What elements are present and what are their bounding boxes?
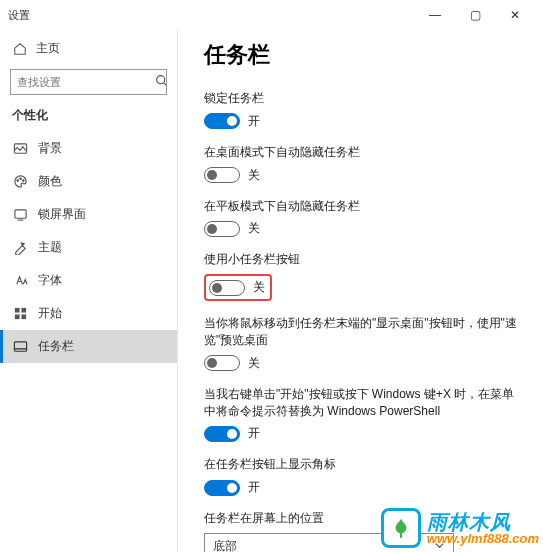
svg-rect-6 <box>14 308 19 313</box>
sidebar-item-label: 背景 <box>38 140 62 157</box>
watermark-text: 雨林木风 www.ylmf888.com <box>427 512 539 545</box>
minimize-button[interactable]: — <box>415 0 455 30</box>
window-controls: — ▢ ✕ <box>415 0 535 30</box>
svg-point-3 <box>19 178 21 180</box>
home-label: 主页 <box>36 40 60 57</box>
setting-autohide-desktop: 在桌面模式下自动隐藏任务栏 关 <box>204 144 519 184</box>
svg-rect-5 <box>14 210 25 218</box>
setting-badges: 在任务栏按钮上显示角标 开 <box>204 456 519 496</box>
toggle-state-text: 关 <box>248 220 260 237</box>
search-input[interactable] <box>17 76 155 88</box>
background-icon <box>12 141 28 157</box>
taskbar-icon <box>12 339 28 355</box>
search-icon <box>155 74 168 90</box>
themes-icon <box>12 240 28 256</box>
watermark: 雨林木风 www.ylmf888.com <box>381 508 539 548</box>
svg-point-4 <box>22 180 24 182</box>
toggle-peek-desktop[interactable] <box>204 355 240 371</box>
sidebar: 主页 个性化 背景 颜色 锁屏界面 主题 字体 <box>0 30 178 552</box>
svg-rect-8 <box>14 314 19 319</box>
sidebar-item-label: 锁屏界面 <box>38 206 86 223</box>
svg-point-2 <box>16 180 18 182</box>
setting-label: 当我右键单击"开始"按钮或按下 Windows 键+X 时，在菜单中将命令提示符… <box>204 386 519 420</box>
setting-small-buttons: 使用小任务栏按钮 关 <box>204 251 519 301</box>
page-title: 任务栏 <box>204 40 519 70</box>
main-panel: 任务栏 锁定任务栏 开 在桌面模式下自动隐藏任务栏 关 在平板模式下自动隐藏任务… <box>178 30 543 552</box>
setting-label: 锁定任务栏 <box>204 90 519 107</box>
setting-label: 在桌面模式下自动隐藏任务栏 <box>204 144 519 161</box>
sidebar-section-title: 个性化 <box>0 103 177 132</box>
watermark-logo-icon <box>381 508 421 548</box>
sidebar-item-label: 主题 <box>38 239 62 256</box>
svg-point-0 <box>157 76 165 84</box>
toggle-lock-taskbar[interactable] <box>204 113 240 129</box>
toggle-small-buttons[interactable] <box>209 280 245 296</box>
toggle-state-text: 开 <box>248 479 260 496</box>
home-icon <box>12 41 28 57</box>
maximize-button[interactable]: ▢ <box>455 0 495 30</box>
window-title-text: 设置 <box>8 8 30 23</box>
watermark-url: www.ylmf888.com <box>427 532 539 545</box>
colors-icon <box>12 174 28 190</box>
toggle-state-text: 开 <box>248 113 260 130</box>
sidebar-item-background[interactable]: 背景 <box>0 132 177 165</box>
setting-powershell: 当我右键单击"开始"按钮或按下 Windows 键+X 时，在菜单中将命令提示符… <box>204 386 519 443</box>
toggle-state-text: 开 <box>248 425 260 442</box>
content: 主页 个性化 背景 颜色 锁屏界面 主题 字体 <box>0 30 543 552</box>
sidebar-item-label: 任务栏 <box>38 338 74 355</box>
toggle-state-text: 关 <box>248 167 260 184</box>
start-icon <box>12 306 28 322</box>
toggle-powershell[interactable] <box>204 426 240 442</box>
sidebar-item-label: 字体 <box>38 272 62 289</box>
setting-lock-taskbar: 锁定任务栏 开 <box>204 90 519 130</box>
setting-label: 在任务栏按钮上显示角标 <box>204 456 519 473</box>
setting-autohide-tablet: 在平板模式下自动隐藏任务栏 关 <box>204 198 519 238</box>
sidebar-item-label: 开始 <box>38 305 62 322</box>
svg-rect-7 <box>21 308 26 313</box>
watermark-cn: 雨林木风 <box>427 512 539 532</box>
close-button[interactable]: ✕ <box>495 0 535 30</box>
setting-label: 在平板模式下自动隐藏任务栏 <box>204 198 519 215</box>
setting-label: 当你将鼠标移动到任务栏末端的"显示桌面"按钮时，使用"速览"预览桌面 <box>204 315 519 349</box>
sidebar-item-themes[interactable]: 主题 <box>0 231 177 264</box>
sidebar-item-colors[interactable]: 颜色 <box>0 165 177 198</box>
window-title: 设置 <box>8 8 415 23</box>
svg-rect-10 <box>14 342 26 351</box>
lockscreen-icon <box>12 207 28 223</box>
toggle-badges[interactable] <box>204 480 240 496</box>
sidebar-item-fonts[interactable]: 字体 <box>0 264 177 297</box>
toggle-autohide-tablet[interactable] <box>204 221 240 237</box>
setting-label: 使用小任务栏按钮 <box>204 251 519 268</box>
highlight-annotation: 关 <box>204 274 272 301</box>
svg-rect-9 <box>21 314 26 319</box>
setting-peek-desktop: 当你将鼠标移动到任务栏末端的"显示桌面"按钮时，使用"速览"预览桌面 关 <box>204 315 519 372</box>
search-box[interactable] <box>10 69 167 95</box>
titlebar: 设置 — ▢ ✕ <box>0 0 543 30</box>
sidebar-item-start[interactable]: 开始 <box>0 297 177 330</box>
sidebar-item-taskbar[interactable]: 任务栏 <box>0 330 177 363</box>
home-link[interactable]: 主页 <box>0 34 177 63</box>
sidebar-item-label: 颜色 <box>38 173 62 190</box>
fonts-icon <box>12 273 28 289</box>
toggle-state-text: 关 <box>248 355 260 372</box>
select-value: 底部 <box>213 538 237 552</box>
sidebar-item-lockscreen[interactable]: 锁屏界面 <box>0 198 177 231</box>
toggle-autohide-desktop[interactable] <box>204 167 240 183</box>
toggle-state-text: 关 <box>253 279 265 296</box>
